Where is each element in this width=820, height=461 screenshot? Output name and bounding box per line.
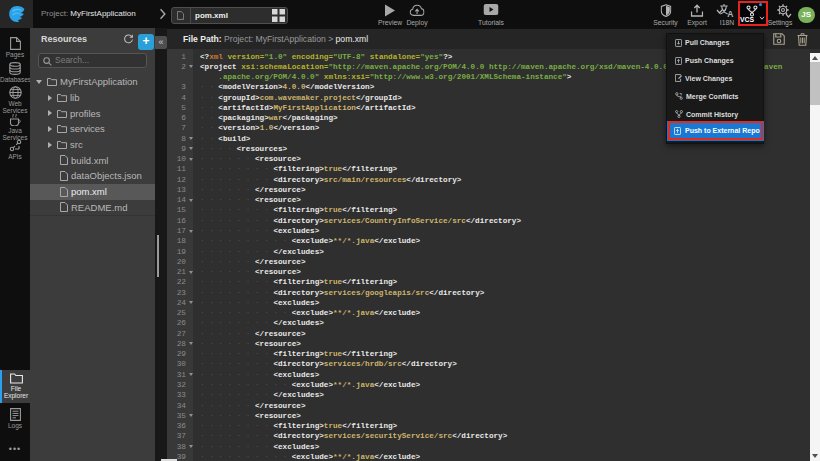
svg-text:A: A	[727, 9, 733, 17]
